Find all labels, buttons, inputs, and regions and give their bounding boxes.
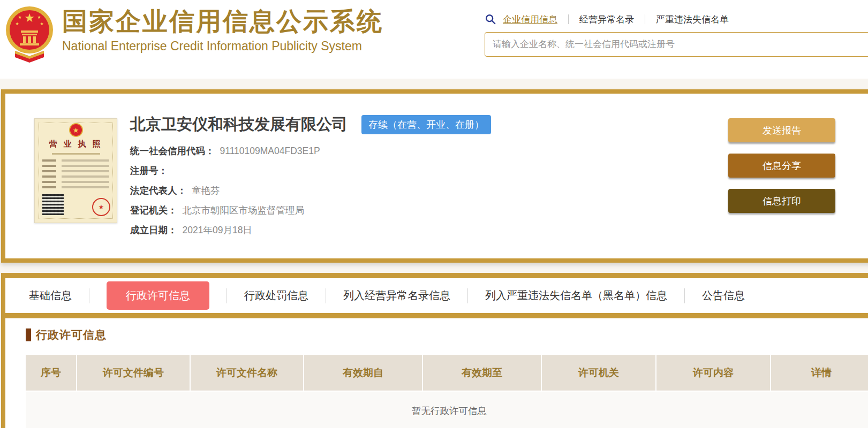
company-search-input[interactable] xyxy=(485,32,868,57)
divider xyxy=(227,288,227,303)
site-title-cn: 国家企业信用信息公示系统 xyxy=(62,7,383,36)
search-block: 企业信用信息 经营异常名录 严重违法失信名单 xyxy=(485,12,868,57)
svg-text:★: ★ xyxy=(15,21,19,26)
field-value: 童艳芬 xyxy=(192,184,220,197)
card-action-buttons: 发送报告 信息分享 信息打印 xyxy=(728,118,835,213)
field-credit-code: 统一社会信用代码： 91110109MA04FD3E1P xyxy=(130,144,491,158)
admin-license-table: 序号 许可文件编号 许可文件名称 有效期自 有效期至 许可机关 许可内容 详情 … xyxy=(26,355,868,428)
detail-tabs: 基础信息 行政许可信息 行政处罚信息 列入经营异常名录信息 列入严重违法失信名单… xyxy=(5,278,868,318)
col-header-index: 序号 xyxy=(26,355,77,391)
svg-text:★: ★ xyxy=(18,15,21,20)
company-info-card: ★ 营 业 执 照 ★ 北京卫安仪和科技发展有限公司 存续（在营、开业、在册） … xyxy=(1,89,868,263)
col-header-license-doc-name: 许可文件名称 xyxy=(191,355,304,391)
site-title-en: National Enterprise Credit Information P… xyxy=(62,39,383,54)
tab-admin-license[interactable]: 行政许可信息 xyxy=(107,281,209,310)
divider xyxy=(467,288,468,303)
col-header-license-doc-number: 许可文件编号 xyxy=(77,355,191,391)
site-logo-block: ★ ★ ★ ★ ★ 国家企业信用信息公示系统 National Enterpri… xyxy=(5,5,383,65)
field-legal-representative: 法定代表人： 童艳芬 xyxy=(130,184,491,197)
site-header: ★ ★ ★ ★ ★ 国家企业信用信息公示系统 National Enterpri… xyxy=(0,0,868,79)
license-text-line xyxy=(42,170,109,172)
field-establishment-date: 成立日期： 2021年09月18日 xyxy=(130,223,491,237)
section-heading: 行政许可信息 xyxy=(26,327,868,342)
license-text-line xyxy=(42,165,109,167)
license-text-line xyxy=(42,181,109,183)
field-label: 登记机关： xyxy=(130,203,177,217)
col-header-license-content: 许可内容 xyxy=(656,355,771,391)
tab-announcements[interactable]: 公告信息 xyxy=(702,288,745,303)
field-value: 91110109MA04FD3E1P xyxy=(220,144,320,158)
info-print-button[interactable]: 信息打印 xyxy=(728,189,835,213)
company-fields: 统一社会信用代码： 91110109MA04FD3E1P 注册号： 法定代表人：… xyxy=(130,144,491,237)
field-label: 法定代表人： xyxy=(130,184,186,197)
license-text-line xyxy=(42,159,109,162)
divider xyxy=(645,14,645,24)
info-share-button[interactable]: 信息分享 xyxy=(728,154,835,178)
divider xyxy=(684,288,685,303)
field-label: 统一社会信用代码： xyxy=(130,144,215,158)
table-header-row: 序号 许可文件编号 许可文件名称 有效期自 有效期至 许可机关 许可内容 详情 xyxy=(26,355,868,391)
detail-section: 基础信息 行政许可信息 行政处罚信息 列入经营异常名录信息 列入严重违法失信名单… xyxy=(1,273,868,428)
company-name: 北京卫安仪和科技发展有限公司 xyxy=(130,114,348,135)
col-header-licensing-authority: 许可机关 xyxy=(542,355,656,391)
divider xyxy=(326,288,326,303)
field-registration-no: 注册号： xyxy=(130,164,491,178)
col-header-details: 详情 xyxy=(771,355,868,391)
divider xyxy=(89,288,89,303)
heading-marker-icon xyxy=(26,328,31,341)
section-heading-text: 行政许可信息 xyxy=(36,327,107,342)
license-qr-code-icon xyxy=(42,194,64,215)
search-tab-serious-illegal-list[interactable]: 严重违法失信名单 xyxy=(656,13,729,26)
search-category-nav: 企业信用信息 经营异常名录 严重违法失信名单 xyxy=(485,12,868,27)
license-text-line xyxy=(42,175,109,178)
site-title-block: 国家企业信用信息公示系统 National Enterprise Credit … xyxy=(62,7,383,54)
col-header-valid-to: 有效期至 xyxy=(423,355,542,391)
col-header-valid-from: 有效期自 xyxy=(304,355,423,391)
search-tab-enterprise-credit[interactable]: 企业信用信息 xyxy=(503,13,557,26)
field-label: 注册号： xyxy=(130,164,168,178)
tab-content: 行政许可信息 序号 许可文件编号 许可文件名称 有效期自 有效期至 许可机关 许… xyxy=(5,318,868,428)
page-background: ★ 营 业 执 照 ★ 北京卫安仪和科技发展有限公司 存续（在营、开业、在册） … xyxy=(0,79,868,428)
company-details: 北京卫安仪和科技发展有限公司 存续（在营、开业、在册） 统一社会信用代码： 91… xyxy=(130,118,491,258)
license-text-line xyxy=(42,186,109,188)
field-label: 成立日期： xyxy=(130,223,177,237)
tab-admin-penalty[interactable]: 行政处罚信息 xyxy=(244,288,308,303)
business-license-thumbnail[interactable]: ★ 营 业 执 照 ★ xyxy=(34,118,117,223)
license-emblem-icon: ★ xyxy=(69,123,83,137)
license-red-seal-icon: ★ xyxy=(92,198,110,216)
send-report-button[interactable]: 发送报告 xyxy=(728,118,835,142)
company-status-badge: 存续（在营、开业、在册） xyxy=(361,115,491,134)
search-icon xyxy=(485,13,496,25)
svg-text:★: ★ xyxy=(24,11,35,25)
svg-text:★: ★ xyxy=(40,21,43,26)
table-empty-message: 暂无行政许可信息 xyxy=(26,391,868,428)
tab-abnormal-operations[interactable]: 列入经营异常名录信息 xyxy=(343,288,450,303)
national-emblem-logo: ★ ★ ★ ★ ★ xyxy=(5,5,54,65)
license-subtitle-line xyxy=(52,153,100,155)
field-registration-authority: 登记机关： 北京市朝阳区市场监督管理局 xyxy=(130,203,491,217)
svg-text:★: ★ xyxy=(37,15,41,20)
field-value: 北京市朝阳区市场监督管理局 xyxy=(183,203,305,217)
search-tab-abnormal-directory[interactable]: 经营异常名录 xyxy=(579,13,634,26)
tab-serious-illegal-blacklist[interactable]: 列入严重违法失信名单（黑名单）信息 xyxy=(485,288,667,303)
license-title: 营 业 执 照 xyxy=(35,139,117,149)
tab-basic-info[interactable]: 基础信息 xyxy=(29,288,72,303)
field-value: 2021年09月18日 xyxy=(183,223,252,237)
divider xyxy=(568,14,569,24)
